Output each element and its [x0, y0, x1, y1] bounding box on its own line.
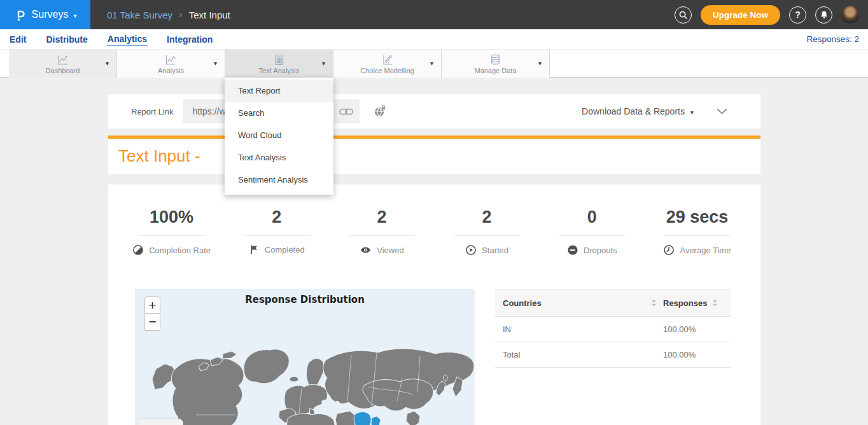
divider [244, 235, 310, 236]
search-button[interactable] [675, 6, 692, 24]
region-se-asia [406, 411, 420, 425]
question-title-card: Text Input - [108, 139, 760, 174]
responses-count: Responses: 2 [806, 34, 859, 44]
tab-analysis-label: Analysis [158, 67, 184, 74]
table-row: IN 100.00% [495, 317, 731, 342]
database-icon [489, 53, 502, 66]
breadcrumb-survey-link[interactable]: 01 Take Survey [107, 10, 172, 20]
survey-nav: Edit Distribute Analytics Integration Re… [0, 29, 868, 49]
notifications-button[interactable] [815, 6, 832, 24]
divider [664, 235, 730, 236]
stat-average-time: 29 secs Average Time [645, 207, 750, 256]
nav-item-edit[interactable]: Edit [9, 33, 27, 46]
globe-lock-icon[interactable] [374, 105, 386, 118]
questionpro-logo-icon [14, 8, 27, 22]
tab-text-analysis[interactable]: Text Analysis ▾ [225, 50, 333, 78]
world-map[interactable] [135, 289, 475, 425]
tab-manage-data-label: Manage Data [474, 67, 516, 74]
breadcrumb-separator: › [179, 10, 183, 20]
responses-cell: 100.00% [663, 324, 696, 334]
clock-icon [663, 244, 675, 256]
search-icon [678, 10, 688, 20]
breadcrumb-current-page: Text Input [189, 10, 230, 20]
country-greenland [244, 349, 289, 384]
country-india-east-highlighted [371, 416, 381, 425]
stat-value: 29 secs [645, 207, 750, 227]
region-scandinavia [307, 359, 325, 389]
caret-down-icon: ▾ [322, 60, 325, 67]
caret-down-icon: ▾ [430, 60, 433, 67]
stat-label: Viewed [377, 246, 403, 255]
divider [349, 235, 415, 236]
country-india-highlighted [354, 412, 371, 425]
arctic-island [223, 351, 237, 359]
collapse-section-button[interactable] [717, 108, 727, 115]
upgrade-now-button[interactable]: Upgrade Now [701, 5, 780, 25]
stat-label: Dropouts [584, 246, 617, 255]
map-zoom-controls: + − [144, 296, 160, 331]
tab-choice-modelling[interactable]: Choice Modelling ▾ [333, 50, 442, 78]
sort-countries-icon[interactable] [651, 299, 657, 307]
nav-item-integration[interactable]: Integration [166, 33, 213, 46]
countries-table-header: Countries Responses [495, 289, 731, 317]
download-data-reports-dropdown[interactable]: Download Data & Reports ▾ [582, 106, 694, 116]
stat-value: 0 [540, 207, 645, 227]
country-iceland [290, 377, 298, 382]
country-japan-north [444, 375, 447, 381]
line-chart-icon [56, 53, 69, 66]
stat-label: Average Time [680, 246, 731, 255]
stat-viewed: 2 Viewed [329, 207, 434, 256]
copy-link-icon[interactable] [339, 108, 353, 116]
zoom-out-button[interactable]: − [144, 314, 160, 331]
text-analysis-menu: Text Report Search Word Cloud Text Analy… [225, 78, 333, 195]
completion-rate-icon [132, 244, 144, 256]
country-cell: Total [503, 350, 520, 359]
divider [139, 235, 205, 236]
tab-text-analysis-label: Text Analysis [259, 67, 300, 74]
caret-down-icon: ▾ [214, 60, 217, 67]
response-distribution-map[interactable]: Response Distribution + − [135, 289, 475, 425]
caspian-sea [334, 401, 340, 411]
product-name: Surveys [32, 9, 69, 20]
stat-value: 100% [119, 207, 224, 227]
map-title: Response Distribution [135, 294, 475, 305]
nav-item-distribute[interactable]: Distribute [45, 33, 88, 46]
nav-item-analytics[interactable]: Analytics [107, 32, 148, 46]
tab-dashboard-label: Dashboard [46, 67, 80, 74]
region-north-africa [287, 414, 335, 425]
product-switcher[interactable]: Surveys ▾ [0, 0, 90, 29]
tab-dashboard[interactable]: Dashboard ▾ [9, 50, 117, 78]
countries-column-header[interactable]: Countries [503, 298, 542, 308]
menu-item-search[interactable]: Search [225, 102, 333, 124]
help-button[interactable]: ? [789, 6, 806, 24]
report-link-card: Report Link https://ww Download Data & R… [108, 94, 760, 129]
caret-down-icon: ▾ [106, 60, 109, 67]
menu-item-sentiment-analysis[interactable]: Sentiment Analysis [225, 169, 333, 191]
caret-down-icon: ▾ [690, 109, 694, 116]
zoom-in-button[interactable]: + [144, 296, 160, 314]
menu-item-text-report[interactable]: Text Report [225, 80, 333, 102]
stat-label: Started [482, 246, 508, 255]
responses-column-header[interactable]: Responses [663, 298, 707, 308]
tab-manage-data[interactable]: Manage Data ▾ [442, 50, 550, 78]
question-title: Text Input - [118, 146, 200, 166]
table-row-total: Total 100.00% [495, 342, 731, 368]
report-grid-icon [272, 53, 286, 66]
eye-icon [360, 244, 372, 256]
top-header: Surveys ▾ 01 Take Survey › Text Input Up… [0, 0, 868, 29]
divider [559, 235, 625, 236]
analytics-toolbar: Dashboard ▾ Analysis ▾ Text Analysis ▾ C… [0, 49, 868, 78]
chevron-down-icon [717, 108, 727, 115]
map-attribution [137, 419, 183, 425]
menu-item-text-analysis[interactable]: Text Analysis [225, 146, 333, 169]
bell-icon [820, 10, 829, 19]
stat-completion-rate: 100% Completion Rate [119, 207, 224, 256]
user-avatar[interactable] [841, 6, 859, 24]
tab-analysis[interactable]: Analysis ▾ [117, 50, 225, 78]
stat-value: 2 [435, 207, 540, 227]
menu-item-word-cloud[interactable]: Word Cloud [225, 124, 333, 146]
sort-responses-icon[interactable] [712, 299, 718, 307]
stat-completed: 2 Completed [224, 207, 329, 256]
country-cell: IN [503, 324, 511, 334]
trend-chart-icon [164, 53, 178, 66]
